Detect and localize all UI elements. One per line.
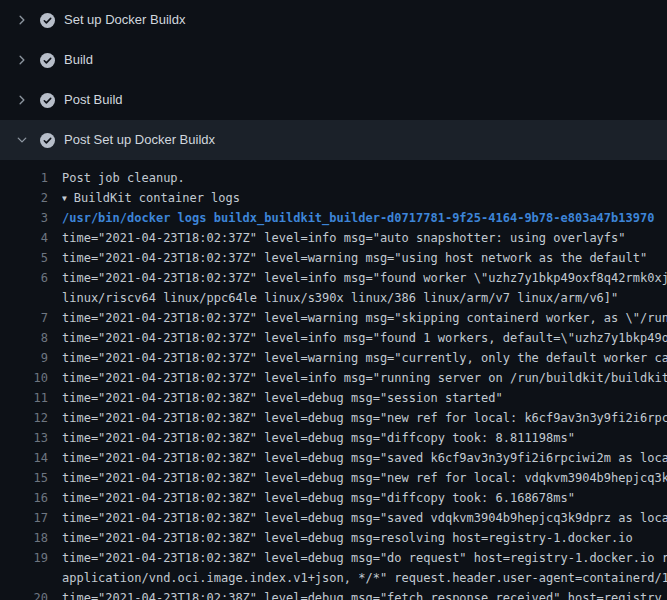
log-line: ▼linux/riscv64 linux/ppc64le linux/s390x… [12,288,667,308]
line-text: ▼time="2021-04-23T18:02:38Z" level=debug… [62,448,667,468]
line-body: time="2021-04-23T18:02:38Z" level=debug … [62,451,667,465]
line-body: Post job cleanup. [62,171,185,185]
line-number[interactable]: 10 [12,368,48,388]
log-line: 3 ▼/usr/bin/docker logs buildx_buildkit_… [12,208,667,228]
line-number[interactable]: 6 [12,268,48,288]
line-number[interactable] [12,288,48,308]
log-line: 13 ▼time="2021-04-23T18:02:38Z" level=de… [12,428,667,448]
log-line: 10 ▼time="2021-04-23T18:02:37Z" level=in… [12,368,667,388]
line-body: time="2021-04-23T18:02:37Z" level=info m… [62,231,626,245]
line-number[interactable]: 14 [12,448,48,468]
line-body: application/vnd.oci.image.index.v1+json,… [62,571,667,585]
line-number[interactable]: 5 [12,248,48,268]
line-body: time="2021-04-23T18:02:37Z" level=warnin… [62,351,667,365]
log-line: 2 ▼BuildKit container logs [12,188,667,208]
line-text: ▼time="2021-04-23T18:02:38Z" level=debug… [62,548,667,568]
step-header[interactable]: Post Set up Docker Buildx [0,120,667,160]
check-circle-icon [39,12,55,28]
step-header[interactable]: Build [0,40,667,80]
line-number[interactable]: 8 [12,328,48,348]
check-circle-icon [39,92,55,108]
log-line: 16 ▼time="2021-04-23T18:02:38Z" level=de… [12,488,667,508]
line-number[interactable]: 9 [12,348,48,368]
step-chevron-icon [14,12,30,28]
line-number[interactable]: 4 [12,228,48,248]
line-text: ▼time="2021-04-23T18:02:37Z" level=info … [62,268,667,288]
line-text: ▼time="2021-04-23T18:02:38Z" level=debug… [62,428,667,448]
line-body: time="2021-04-23T18:02:38Z" level=debug … [62,411,667,425]
log-line: 18 ▼time="2021-04-23T18:02:38Z" level=de… [12,528,667,548]
log-line: 15 ▼time="2021-04-23T18:02:38Z" level=de… [12,468,667,488]
line-number[interactable]: 19 [12,548,48,568]
line-body: time="2021-04-23T18:02:38Z" level=debug … [62,511,667,525]
line-number[interactable]: 13 [12,428,48,448]
log-line: 12 ▼time="2021-04-23T18:02:38Z" level=de… [12,408,667,428]
line-text: ▼time="2021-04-23T18:02:37Z" level=info … [62,228,667,248]
line-text: ▼time="2021-04-23T18:02:38Z" level=debug… [62,468,667,488]
step-label: Post Set up Docker Buildx [64,132,215,148]
line-body: time="2021-04-23T18:02:38Z" level=debug … [62,531,633,545]
group-toggle-icon[interactable]: ▼ [62,189,67,208]
line-body: time="2021-04-23T18:02:38Z" level=debug … [62,431,575,445]
line-text: ▼linux/riscv64 linux/ppc64le linux/s390x… [62,288,667,308]
line-number[interactable]: 20 [12,588,48,600]
check-circle-icon [39,52,55,68]
log-line: 14 ▼time="2021-04-23T18:02:38Z" level=de… [12,448,667,468]
log-line: 11 ▼time="2021-04-23T18:02:38Z" level=de… [12,388,667,408]
log-line: 20 ▼time="2021-04-23T18:02:38Z" level=de… [12,588,667,600]
log-line: 5 ▼time="2021-04-23T18:02:37Z" level=war… [12,248,667,268]
step-label: Build [64,52,93,68]
line-number[interactable]: 18 [12,528,48,548]
line-body: time="2021-04-23T18:02:37Z" level=info m… [62,371,667,385]
line-body: time="2021-04-23T18:02:38Z" level=debug … [62,491,575,505]
line-text: ▼time="2021-04-23T18:02:37Z" level=warni… [62,308,667,328]
log-line: 17 ▼time="2021-04-23T18:02:38Z" level=de… [12,508,667,528]
log-line: ▼application/vnd.oci.image.index.v1+json… [12,568,667,588]
line-text: ▼time="2021-04-23T18:02:38Z" level=debug… [62,408,667,428]
step-header[interactable]: Post Build [0,80,667,120]
line-text: ▼BuildKit container logs [62,188,667,208]
line-body: time="2021-04-23T18:02:37Z" level=warnin… [62,311,667,325]
line-body: BuildKit container logs [74,191,240,205]
step-label: Set up Docker Buildx [64,12,185,28]
line-text: ▼Post job cleanup. [62,168,667,188]
line-body: time="2021-04-23T18:02:38Z" level=debug … [62,591,662,600]
log-line: 19 ▼time="2021-04-23T18:02:38Z" level=de… [12,548,667,568]
line-text: ▼time="2021-04-23T18:02:38Z" level=debug… [62,388,667,408]
line-number[interactable]: 15 [12,468,48,488]
line-body: time="2021-04-23T18:02:37Z" level=info m… [62,331,667,345]
line-body: time="2021-04-23T18:02:38Z" level=debug … [62,471,667,485]
line-text: ▼time="2021-04-23T18:02:38Z" level=debug… [62,488,667,508]
step-chevron-icon [14,52,30,68]
log-line: 8 ▼time="2021-04-23T18:02:37Z" level=inf… [12,328,667,348]
log-line: 6 ▼time="2021-04-23T18:02:37Z" level=inf… [12,268,667,288]
log-line: 1 ▼Post job cleanup. [12,168,667,188]
line-text: ▼time="2021-04-23T18:02:37Z" level=info … [62,328,667,348]
line-text: ▼time="2021-04-23T18:02:37Z" level=warni… [62,348,667,368]
line-number[interactable]: 3 [12,208,48,228]
line-number[interactable]: 7 [12,308,48,328]
step-chevron-icon [14,132,30,148]
line-text: ▼time="2021-04-23T18:02:38Z" level=debug… [62,588,667,600]
line-number[interactable]: 1 [12,168,48,188]
line-number[interactable]: 2 [12,188,48,208]
line-text: ▼time="2021-04-23T18:02:38Z" level=debug… [62,528,667,548]
line-text: ▼application/vnd.oci.image.index.v1+json… [62,568,667,588]
log-line: 4 ▼time="2021-04-23T18:02:37Z" level=inf… [12,228,667,248]
line-body: time="2021-04-23T18:02:37Z" level=info m… [62,271,667,285]
line-body: linux/riscv64 linux/ppc64le linux/s390x … [62,291,618,305]
log-lines: 1 ▼Post job cleanup. 2 ▼BuildKit contain… [0,160,667,600]
line-text: ▼/usr/bin/docker logs buildx_buildkit_bu… [62,208,667,228]
step-chevron-icon [14,92,30,108]
line-number[interactable]: 11 [12,388,48,408]
line-number[interactable]: 16 [12,488,48,508]
check-circle-icon [39,132,55,148]
line-number[interactable] [12,568,48,588]
line-body: time="2021-04-23T18:02:38Z" level=debug … [62,551,667,565]
steps-list: Set up Docker Buildx Build P [0,0,667,160]
line-number[interactable]: 12 [12,408,48,428]
line-body: /usr/bin/docker logs buildx_buildkit_bui… [62,211,654,225]
line-body: time="2021-04-23T18:02:37Z" level=warnin… [62,251,647,265]
step-header[interactable]: Set up Docker Buildx [0,0,667,40]
line-number[interactable]: 17 [12,508,48,528]
